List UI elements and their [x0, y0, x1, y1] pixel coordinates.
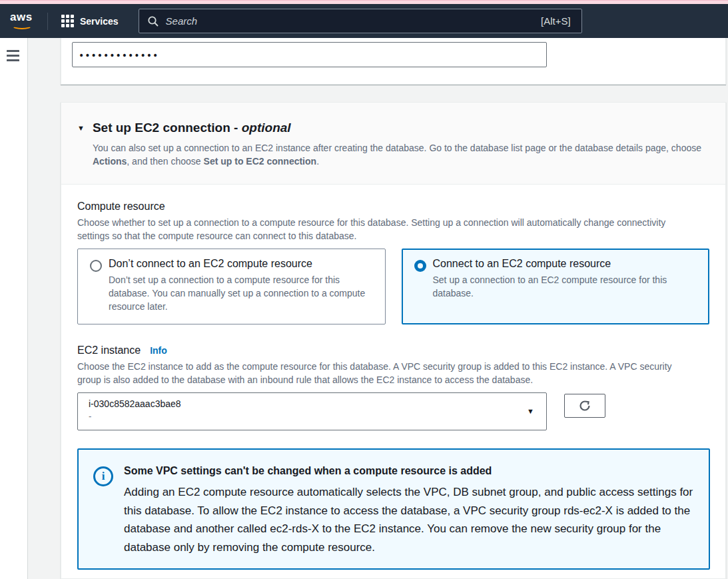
- compute-resource-label: Compute resource: [77, 201, 709, 213]
- search-icon: [147, 15, 159, 27]
- section-title: Set up EC2 connection - optional: [93, 121, 291, 135]
- ec2-instance-controls: i-030c8582aaac3bae8 - ▼: [77, 392, 709, 430]
- radio-tile-title: Connect to an EC2 compute resource: [433, 258, 698, 270]
- aws-logo-text: aws: [10, 11, 33, 23]
- aws-smile-icon: [12, 23, 32, 29]
- services-label: Services: [80, 16, 119, 27]
- collapse-triangle-icon[interactable]: ▼: [77, 124, 85, 132]
- radio-tile-description: Don’t set up a connection to a compute r…: [109, 273, 374, 313]
- ec2-instance-label-row: EC2 instance Info: [77, 344, 709, 356]
- main-content: ••••••••••••• ▼ Set up EC2 connection - …: [28, 38, 728, 579]
- section-desc-actions: Actions: [93, 156, 127, 167]
- top-navigation-bar: aws Services Search [Alt+S]: [0, 4, 728, 38]
- search-shortcut-hint: [Alt+S]: [541, 15, 573, 27]
- chevron-down-icon: ▼: [527, 407, 534, 415]
- services-grid-icon: [61, 15, 74, 27]
- ec2-instance-label: EC2 instance: [77, 344, 141, 356]
- ec2-section-title-row[interactable]: ▼ Set up EC2 connection - optional: [77, 121, 709, 135]
- ec2-connection-card: ▼ Set up EC2 connection - optional You c…: [61, 102, 726, 579]
- info-circle-icon: i: [93, 466, 113, 486]
- radio-unselected-icon[interactable]: [90, 260, 102, 272]
- section-title-main: Set up EC2 connection -: [93, 121, 242, 135]
- alert-title: Some VPC settings can't be changed when …: [124, 464, 695, 478]
- global-search-input[interactable]: Search [Alt+S]: [139, 9, 582, 33]
- ec2-instance-description: Choose the EC2 instance to add as the co…: [77, 360, 687, 386]
- search-placeholder: Search: [166, 15, 541, 27]
- selected-instance-id: i-030c8582aaac3bae8: [89, 398, 520, 409]
- info-link[interactable]: Info: [150, 345, 167, 356]
- left-sidebar: [0, 38, 28, 579]
- section-desc-setup: Set up to EC2 connection: [204, 156, 317, 167]
- credentials-card: •••••••••••••: [61, 38, 726, 85]
- section-description: You can also set up a connection to an E…: [93, 141, 707, 168]
- topbar-divider: [47, 13, 48, 30]
- selected-instance-secondary: -: [89, 411, 520, 421]
- radio-tile-title: Don’t connect to an EC2 compute resource: [109, 258, 374, 270]
- radio-tile-description: Set up a connection to an EC2 compute re…: [433, 273, 698, 300]
- radio-selected-icon[interactable]: [414, 260, 426, 272]
- section-desc-period: .: [316, 156, 319, 167]
- refresh-icon: [577, 398, 592, 413]
- compute-resource-radio-group: Don’t connect to an EC2 compute resource…: [77, 249, 709, 324]
- password-field[interactable]: •••••••••••••: [72, 42, 547, 67]
- vpc-settings-info-alert: i Some VPC settings can't be changed whe…: [77, 448, 710, 570]
- services-menu-button[interactable]: Services: [56, 11, 124, 31]
- radio-tile-connect[interactable]: Connect to an EC2 compute resource Set u…: [402, 249, 710, 324]
- sidebar-menu-toggle[interactable]: [5, 49, 21, 63]
- section-desc-text: You can also set up a connection to an E…: [93, 143, 701, 153]
- section-desc-text2: , and then choose: [127, 156, 203, 167]
- aws-logo[interactable]: aws: [10, 11, 39, 31]
- ec2-section-header: ▼ Set up EC2 connection - optional You c…: [61, 103, 725, 185]
- alert-body: Adding an EC2 compute resource automatic…: [124, 483, 695, 556]
- refresh-button[interactable]: [564, 394, 605, 418]
- compute-resource-description: Choose whether to set up a connection to…: [77, 216, 682, 243]
- ec2-section-body: Compute resource Choose whether to set u…: [61, 185, 725, 579]
- ec2-instance-select[interactable]: i-030c8582aaac3bae8 - ▼: [77, 392, 547, 430]
- section-title-optional: optional: [242, 121, 291, 135]
- radio-tile-dont-connect[interactable]: Don’t connect to an EC2 compute resource…: [77, 249, 386, 324]
